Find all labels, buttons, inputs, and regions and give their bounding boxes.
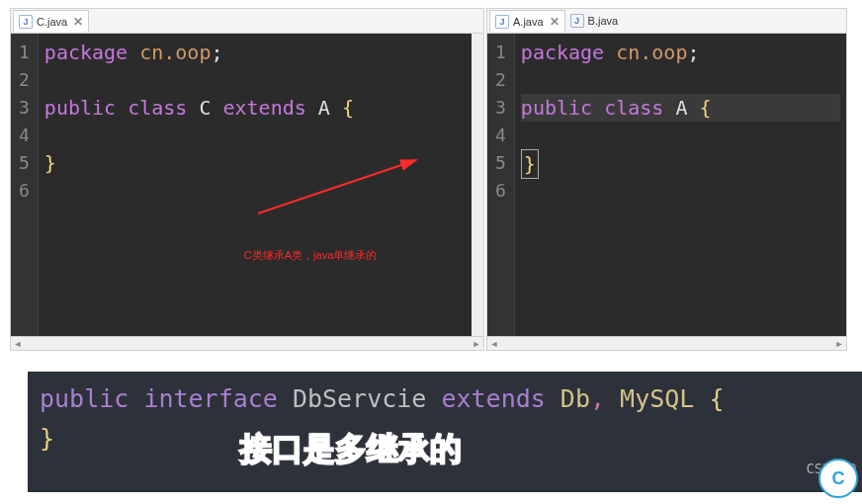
scroll-right-icon[interactable]: ► [470,337,483,351]
close-icon[interactable]: ✕ [550,15,560,29]
right-gutter: 1 2 3 4 5 6 [487,34,515,336]
horizontal-scrollbar[interactable]: ◄ ► [487,336,846,350]
right-editor-pane: J A.java ✕ J B.java 1 2 3 4 5 6 package … [486,8,847,351]
scroll-left-icon[interactable]: ◄ [487,337,501,351]
right-code-area[interactable]: package cn.oop; public class A { } [515,34,846,336]
right-tab-bar: J A.java ✕ J B.java [487,9,846,34]
left-tab-bar: J C.java ✕ [11,9,483,34]
tab-label: C.java [37,16,67,28]
tab-c-java[interactable]: J C.java ✕ [13,10,89,32]
java-file-icon: J [19,15,33,29]
brand-logo: C [819,459,858,498]
logo-icon: C [819,459,858,498]
scroll-left-icon[interactable]: ◄ [11,337,25,351]
scroll-right-icon[interactable]: ► [832,337,846,351]
interface-code-area[interactable]: public interface DbServcie extends Db, M… [28,372,862,492]
tab-a-java[interactable]: J A.java ✕ [489,10,565,32]
interface-code-panel: public interface DbServcie extends Db, M… [28,372,862,492]
left-code-area[interactable]: package cn.oop; public class C extends A… [39,34,472,336]
interface-annotation-text: 接口是多继承的 [240,429,462,468]
left-annotation-text: C类继承A类，java单继承的 [244,241,377,269]
cursor-position: } [521,149,539,179]
tab-b-java[interactable]: J B.java [565,10,624,32]
left-editor-pane: J C.java ✕ 1 2 3 4 5 6 package cn.oop; p… [10,8,484,351]
vertical-scrollbar[interactable] [472,34,483,336]
java-file-icon: J [495,15,509,29]
horizontal-scrollbar[interactable]: ◄ ► [11,336,483,350]
left-gutter: 1 2 3 4 5 6 [11,34,39,336]
tab-label: A.java [513,16,544,28]
left-code-editor[interactable]: 1 2 3 4 5 6 package cn.oop; public class… [11,34,483,336]
right-code-editor[interactable]: 1 2 3 4 5 6 package cn.oop; public class… [487,34,846,336]
java-file-icon: J [570,14,584,28]
tab-label: B.java [588,15,619,27]
close-icon[interactable]: ✕ [73,15,83,29]
